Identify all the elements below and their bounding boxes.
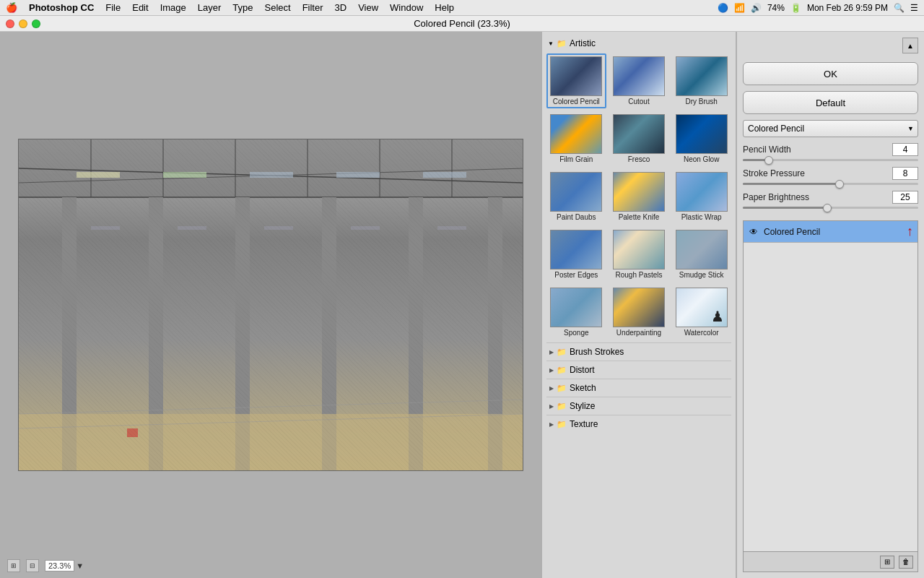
zoom-value[interactable]: 23.3% [45, 560, 74, 571]
title-bar: Colored Pencil (23.3%) [0, 16, 924, 32]
cutout-label: Cutout [628, 98, 649, 105]
window-controls[interactable] [6, 20, 40, 28]
filter-palette-knife[interactable]: Palette Knife [609, 169, 669, 224]
watercolor-label: Watercolor [684, 329, 719, 337]
plastic-wrap-thumb [676, 172, 728, 212]
filter-rough-pastels[interactable]: Rough Pastels [609, 227, 669, 282]
menu-help[interactable]: Help [435, 2, 454, 13]
filter-paint-daubs[interactable]: Paint Daubs [546, 169, 606, 224]
brush-strokes-folder-icon: 📁 [557, 348, 567, 357]
layers-empty-area [744, 243, 918, 551]
paper-brightness-thumb[interactable] [823, 204, 832, 212]
fit-screen-button[interactable]: ⊞ [7, 559, 20, 572]
filter-colored-pencil[interactable]: Colored Pencil [546, 53, 606, 108]
menu-layer[interactable]: Layer [198, 2, 222, 13]
apple-menu[interactable]: 🍎 [6, 2, 17, 13]
svg-line-18 [19, 400, 523, 414]
brush-strokes-arrow-icon: ▶ [549, 349, 554, 355]
filter-poster-edges[interactable]: Poster Edges [546, 227, 606, 282]
stroke-pressure-thumb[interactable] [835, 180, 844, 189]
brush-strokes-category[interactable]: ▶ 📁 Brush Strokes [546, 342, 731, 361]
zoom-dropdown-arrow[interactable]: ▼ [76, 561, 84, 570]
stylize-label: Stylize [570, 401, 595, 411]
menu-file[interactable]: File [105, 2, 121, 13]
smudge-stick-label: Smudge Stick [679, 271, 724, 279]
filter-neon-glow[interactable]: Neon Glow [671, 111, 731, 166]
canvas-image [18, 139, 523, 471]
menu-window[interactable]: Window [390, 2, 423, 13]
sketch-category[interactable]: ▶ 📁 Sketch [546, 379, 731, 397]
actual-pixels-button[interactable]: ⊟ [26, 559, 39, 572]
svg-rect-25 [19, 139, 523, 470]
stroke-pressure-slider[interactable] [743, 183, 918, 185]
menu-edit[interactable]: Edit [132, 2, 148, 13]
filter-cutout[interactable]: Cutout [609, 53, 669, 108]
zoom-control[interactable]: 23.3% ▼ [45, 560, 84, 571]
pencil-width-thumb[interactable] [764, 156, 773, 165]
new-layer-button[interactable]: ⊞ [880, 556, 894, 569]
svg-rect-12 [149, 197, 163, 470]
distort-label: Distort [570, 365, 595, 375]
stylize-arrow-icon: ▶ [549, 403, 554, 410]
menu-type[interactable]: Type [232, 2, 253, 13]
svg-line-4 [19, 168, 523, 183]
filter-fresco[interactable]: Fresco [609, 111, 669, 166]
svg-rect-24 [423, 172, 466, 178]
underpainting-label: Underpainting [616, 329, 661, 337]
sketch-label: Sketch [570, 383, 596, 393]
menu-select[interactable]: Select [264, 2, 290, 13]
texture-category[interactable]: ▶ 📁 Texture [546, 415, 731, 433]
fresco-thumb [613, 114, 665, 154]
minimize-button[interactable] [19, 20, 27, 28]
filter-dropdown[interactable]: Colored Pencil Cutout Dry Brush Film Gra… [743, 120, 918, 137]
rough-pastels-thumb [613, 230, 665, 269]
menu-view[interactable]: View [358, 2, 378, 13]
film-grain-thumb [550, 114, 602, 154]
svg-line-3 [19, 168, 523, 183]
delete-layer-button[interactable]: 🗑 [899, 556, 913, 569]
rough-pastels-label: Rough Pastels [615, 271, 662, 279]
neon-glow-label: Neon Glow [684, 155, 719, 163]
colored-pencil-label: Colored Pencil [553, 98, 600, 105]
stroke-pressure-input[interactable] [892, 167, 918, 180]
filter-plastic-wrap[interactable]: Plastic Wrap [671, 169, 731, 224]
layer-item-colored-pencil[interactable]: 👁 Colored Pencil ↑ [744, 221, 918, 243]
layers-panel: 👁 Colored Pencil ↑ ⊞ 🗑 [743, 220, 918, 572]
distort-category[interactable]: ▶ 📁 Distort [546, 361, 731, 379]
filter-sponge[interactable]: Sponge [546, 285, 606, 340]
app-name: Photoshop CC [29, 2, 94, 13]
menu-filter[interactable]: Filter [302, 2, 323, 13]
svg-rect-22 [250, 172, 293, 178]
texture-arrow-icon: ▶ [549, 421, 554, 428]
stylize-category[interactable]: ▶ 📁 Stylize [546, 397, 731, 415]
ok-button[interactable]: OK [743, 62, 918, 85]
collapse-panel-button[interactable]: ▲ [902, 38, 918, 53]
texture-label: Texture [570, 419, 598, 429]
artistic-category: ▼ 📁 Artistic Colored Pencil Cutout [546, 36, 731, 340]
artistic-filter-grid: Colored Pencil Cutout Dry Brush Film Gra… [546, 53, 731, 340]
close-button[interactable] [6, 20, 14, 28]
dry-brush-thumb [676, 56, 728, 96]
menu-image[interactable]: Image [160, 2, 186, 13]
pencil-width-slider[interactable] [743, 159, 918, 161]
filter-scroll-area[interactable]: ▼ 📁 Artistic Colored Pencil Cutout [542, 32, 736, 578]
filter-panel: ▼ 📁 Artistic Colored Pencil Cutout [541, 32, 736, 578]
svg-rect-26 [91, 226, 120, 230]
filter-smudge-stick[interactable]: Smudge Stick [671, 227, 731, 282]
filter-dry-brush[interactable]: Dry Brush [671, 53, 731, 108]
maximize-button[interactable] [32, 20, 40, 28]
filter-underpainting[interactable]: Underpainting [609, 285, 669, 340]
neon-glow-thumb [676, 114, 728, 154]
canvas-content [19, 139, 523, 470]
menu-3d[interactable]: 3D [335, 2, 347, 13]
paper-brightness-row: Paper Brightness [743, 191, 918, 204]
pencil-width-input[interactable] [892, 143, 918, 156]
artistic-category-header[interactable]: ▼ 📁 Artistic [546, 36, 731, 51]
paper-brightness-slider[interactable] [743, 207, 918, 209]
filter-film-grain[interactable]: Film Grain [546, 111, 606, 166]
layer-visibility-icon[interactable]: 👁 [748, 226, 759, 238]
paper-brightness-input[interactable] [892, 191, 918, 204]
stroke-pressure-label: Stroke Pressure [743, 168, 805, 178]
filter-watercolor[interactable]: Watercolor [671, 285, 731, 340]
default-button[interactable]: Default [743, 91, 918, 114]
